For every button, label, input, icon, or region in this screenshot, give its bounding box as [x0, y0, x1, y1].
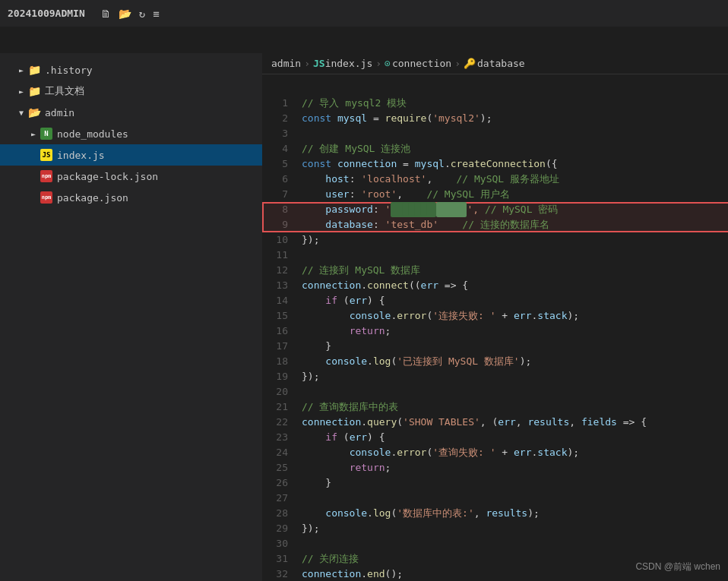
- sidebar-item-history[interactable]: ► 📁 .history: [0, 59, 262, 81]
- code-line: [302, 491, 728, 506]
- sidebar-item-tools[interactable]: ► 📁 工具文档: [0, 81, 262, 102]
- code-lines: // 导入 mysql2 模块const mysql = require('my…: [294, 96, 728, 581]
- sidebar-item-index-js[interactable]: ► JS index.js: [0, 144, 262, 166]
- npm-json-icon: npm: [40, 169, 53, 183]
- code-line: database: 'test_db' // 连接的数据库名: [302, 217, 728, 232]
- sidebar-label-history: .history: [45, 65, 93, 76]
- watermark: CSDN @前端 wchen: [635, 560, 720, 573]
- sidebar-label-index-js: index.js: [57, 150, 105, 161]
- code-line: }: [302, 339, 728, 354]
- bc-sep3: ›: [454, 58, 461, 69]
- arrow-icon: ►: [15, 85, 27, 97]
- new-folder-icon[interactable]: 📂: [119, 8, 131, 20]
- folder-icon: 📁: [27, 84, 41, 98]
- code-line: // 导入 mysql2 模块: [302, 96, 728, 111]
- code-line: [302, 384, 728, 399]
- code-line: connection.connect((err => {: [302, 278, 728, 293]
- code-line: // 创建 MySQL 连接池: [302, 141, 728, 156]
- arrow-icon: ▼: [15, 106, 27, 118]
- js-file-icon: JS: [40, 148, 53, 162]
- main-area: ► 📁 .history ► 📁 工具文档 ▼ 📂 admin ► N node…: [0, 53, 728, 581]
- code-line: return;: [302, 324, 728, 339]
- refresh-icon[interactable]: ↻: [139, 8, 145, 20]
- code-line: console.error('查询失败: ' + err.stack);: [302, 445, 728, 460]
- code-line: }: [302, 475, 728, 491]
- sidebar-item-package-json[interactable]: ► npm package.json: [0, 187, 262, 208]
- arrow-icon: ►: [27, 128, 40, 140]
- line-numbers: 1234567891011121314151617181920212223242…: [262, 96, 294, 581]
- code-line: // 连接到 MySQL 数据库: [302, 263, 728, 278]
- folder-icon: 📁: [27, 63, 41, 77]
- bc-connection-icon: ⊙: [385, 58, 391, 69]
- code-line: // 查询数据库中的表: [302, 399, 728, 415]
- bc-database: database: [477, 58, 525, 69]
- project-title: 20241009ADMIN: [8, 8, 85, 19]
- code-line: connection.query('SHOW TABLES', (err, re…: [302, 415, 728, 430]
- code-line: });: [302, 369, 728, 384]
- bc-js: JS: [313, 58, 325, 69]
- sidebar-label-admin: admin: [45, 107, 74, 118]
- code-line: });: [302, 521, 728, 536]
- code-line: return;: [302, 460, 728, 475]
- code-line: [302, 248, 728, 263]
- node-folder-icon: N: [40, 127, 53, 141]
- npm-json2-icon: npm: [40, 191, 53, 204]
- code-line: if (err) {: [302, 430, 728, 445]
- collapse-icon[interactable]: ≡: [153, 8, 159, 20]
- code-editor[interactable]: 1234567891011121314151617181920212223242…: [262, 96, 728, 581]
- breadcrumb: admin › JS index.js › ⊙ connection › 🔑 d…: [262, 53, 728, 74]
- code-line: const connection = mysql.createConnectio…: [302, 156, 728, 172]
- sidebar-item-node-modules[interactable]: ► N node_modules: [0, 123, 262, 144]
- bc-key-icon: 🔑: [464, 58, 476, 69]
- sidebar-label-package-lock: package-lock.json: [57, 171, 158, 182]
- titlebar-icons: 🗎 📂 ↻ ≡: [100, 8, 160, 20]
- code-container: 1234567891011121314151617181920212223242…: [262, 96, 728, 581]
- code-line: });: [302, 232, 728, 248]
- bc-sep1: ›: [304, 58, 310, 69]
- sidebar-item-admin[interactable]: ▼ 📂 admin: [0, 102, 262, 123]
- new-file-icon[interactable]: 🗎: [100, 8, 111, 20]
- code-line: console.log('数据库中的表:', results);: [302, 506, 728, 521]
- code-line: console.error('连接失败: ' + err.stack);: [302, 308, 728, 324]
- bc-filename: index.js: [325, 58, 373, 69]
- code-line: if (err) {: [302, 293, 728, 308]
- bc-connection: connection: [392, 58, 451, 69]
- code-line: user: 'root', // MySQL 用户名: [302, 187, 728, 202]
- folder-icon: 📂: [27, 106, 41, 119]
- sidebar-label-node-modules: node_modules: [57, 128, 128, 140]
- code-line: password: '██████████', // MySQL 密码: [302, 202, 728, 217]
- sidebar-label-package-json: package.json: [57, 192, 128, 204]
- code-line: [302, 536, 728, 551]
- code-line: [302, 126, 728, 141]
- code-line: host: 'localhost', // MySQL 服务器地址: [302, 172, 728, 187]
- code-line: console.log('已连接到 MySQL 数据库');: [302, 354, 728, 369]
- titlebar: 20241009ADMIN 🗎 📂 ↻ ≡: [0, 0, 728, 27]
- sidebar-label-tools: 工具文档: [45, 84, 84, 98]
- sidebar: ► 📁 .history ► 📁 工具文档 ▼ 📂 admin ► N node…: [0, 53, 262, 581]
- bc-sep2: ›: [375, 58, 381, 69]
- arrow-icon: ►: [15, 64, 27, 76]
- sidebar-item-package-lock[interactable]: ► npm package-lock.json: [0, 166, 262, 187]
- bc-admin: admin: [271, 58, 301, 69]
- code-line: const mysql = require('mysql2');: [302, 111, 728, 126]
